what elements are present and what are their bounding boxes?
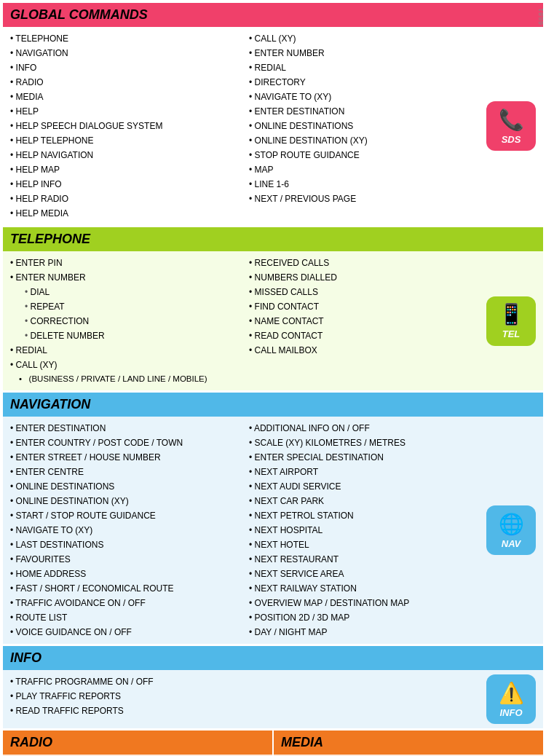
sds-label: SDS	[502, 134, 521, 145]
list-item: DAY / NIGHT MAP	[249, 625, 480, 639]
navigation-left-col: ENTER DESTINATION ENTER COUNTRY / POST C…	[10, 421, 249, 639]
list-item: CORRECTION	[10, 314, 242, 328]
radio-media-header-row: RADIO MEDIA	[3, 731, 543, 755]
list-item: ENTER SPECIAL DESTINATION	[249, 450, 480, 465]
list-item: SCALE (XY) KILOMETRES / METRES	[249, 436, 480, 450]
list-item: HELP RADIO	[10, 192, 242, 206]
list-item: HELP TELEPHONE	[10, 133, 242, 148]
list-item: ONLINE DESTINATION (XY)	[10, 494, 242, 508]
nav-label: NAV	[502, 538, 521, 549]
list-item: READ CONTACT	[249, 328, 480, 343]
list-item: ADDITIONAL INFO ON / OFF	[249, 421, 480, 436]
list-item: DIRECTORY	[249, 75, 480, 90]
info-left-col: TRAFFIC PROGRAMME ON / OFF PLAY TRAFFIC …	[10, 674, 249, 718]
list-item: POSITION 2D / 3D MAP	[249, 610, 480, 625]
tel-badge: 📱 TEL	[486, 296, 536, 346]
list-item: LAST DESTINATIONS	[10, 538, 242, 552]
global-commands-header: GLOBAL COMMANDS	[3, 3, 543, 27]
tel-label: TEL	[502, 328, 521, 339]
tel-icon: 📱	[499, 302, 524, 326]
list-item: RECEIVED CALLS	[249, 256, 480, 270]
page: PAH-6681 GLOBAL COMMANDS TELEPHONE NAVIG…	[0, 0, 546, 756]
global-right-col: CALL (XY) ENTER NUMBER REDIAL DIRECTORY …	[249, 31, 480, 206]
list-item: NEXT AUDI SERVICE	[249, 479, 480, 494]
global-commands-body: TELEPHONE NAVIGATION INFO RADIO MEDIA HE…	[3, 27, 543, 225]
list-item: PLAY TRAFFIC REPORTS	[10, 689, 242, 704]
list-item: NEXT RESTAURANT	[249, 552, 480, 567]
nav-badge: 🌐 NAV	[486, 505, 536, 555]
list-item: STOP ROUTE GUIDANCE	[249, 148, 480, 162]
list-item: REDIAL	[10, 343, 242, 358]
navigation-header: NAVIGATION	[3, 393, 543, 417]
list-item: (BUSINESS / PRIVATE / LAND LINE / MOBILE…	[10, 372, 242, 386]
list-item: LINE 1-6	[249, 177, 480, 192]
telephone-header: TELEPHONE	[3, 227, 543, 251]
telephone-right-col: RECEIVED CALLS NUMBERS DIALLED MISSED CA…	[249, 256, 480, 358]
list-item: CALL MAILBOX	[249, 343, 480, 358]
list-item: CALL (XY)	[249, 31, 480, 46]
list-item: HELP MEDIA	[10, 206, 242, 221]
list-item: NUMBERS DIALLED	[249, 270, 480, 285]
info-badge: ⚠️ INFO	[486, 674, 536, 724]
list-item: HELP	[10, 104, 242, 119]
list-item: DELETE NUMBER	[10, 328, 242, 343]
list-item: REPEAT	[10, 299, 242, 314]
navigation-section: NAVIGATION ENTER DESTINATION ENTER COUNT…	[3, 393, 543, 644]
info-list: TRAFFIC PROGRAMME ON / OFF PLAY TRAFFIC …	[10, 674, 242, 718]
navigation-right-col: ADDITIONAL INFO ON / OFF SCALE (XY) KILO…	[249, 421, 480, 639]
list-item: ENTER STREET / HOUSE NUMBER	[10, 450, 242, 465]
navigation-right-list: ADDITIONAL INFO ON / OFF SCALE (XY) KILO…	[249, 421, 480, 639]
list-item: ENTER NUMBER	[249, 46, 480, 60]
list-item: ENTER PIN	[10, 256, 242, 270]
radio-header: RADIO	[3, 731, 274, 755]
telephone-left-col: ENTER PIN ENTER NUMBER DIAL REPEAT CORRE…	[10, 256, 249, 386]
telephone-right-list: RECEIVED CALLS NUMBERS DIALLED MISSED CA…	[249, 256, 480, 358]
list-item: NAVIGATION	[10, 46, 242, 60]
list-item: ONLINE DESTINATIONS	[10, 479, 242, 494]
list-item: NAVIGATE TO (XY)	[10, 523, 242, 538]
list-item: FAVOURITES	[10, 552, 242, 567]
list-item: NEXT HOTEL	[249, 538, 480, 552]
sds-icon: 📞	[499, 108, 524, 132]
info-header: INFO	[3, 646, 543, 670]
list-item: ROUTE LIST	[10, 610, 242, 625]
list-item: REDIAL	[249, 60, 480, 75]
list-item: NAME CONTACT	[249, 314, 480, 328]
list-item: ENTER NUMBER	[10, 270, 242, 285]
list-item: VOICE GUIDANCE ON / OFF	[10, 625, 242, 639]
list-item: HELP MAP	[10, 162, 242, 177]
list-item: DIAL	[10, 285, 242, 299]
sds-badge: 📞 SDS	[486, 101, 536, 151]
list-item: READ TRAFFIC REPORTS	[10, 704, 242, 718]
list-item: NAVIGATE TO (XY)	[249, 90, 480, 104]
list-item: NEXT HOSPITAL	[249, 523, 480, 538]
telephone-left-list: ENTER PIN ENTER NUMBER DIAL REPEAT CORRE…	[10, 256, 242, 386]
list-item: ONLINE DESTINATION (XY)	[249, 133, 480, 148]
global-left-list: TELEPHONE NAVIGATION INFO RADIO MEDIA HE…	[10, 31, 242, 221]
info-section: INFO TRAFFIC PROGRAMME ON / OFF PLAY TRA…	[3, 646, 543, 728]
list-item: TELEPHONE	[10, 31, 242, 46]
list-item: ENTER DESTINATION	[10, 421, 242, 436]
list-item: OVERVIEW MAP / DESTINATION MAP	[249, 596, 480, 610]
telephone-body: ENTER PIN ENTER NUMBER DIAL REPEAT CORRE…	[3, 251, 543, 390]
list-item: TRAFFIC PROGRAMME ON / OFF	[10, 674, 242, 689]
info-label: INFO	[499, 707, 522, 718]
navigation-left-list: ENTER DESTINATION ENTER COUNTRY / POST C…	[10, 421, 242, 639]
list-item: ENTER DESTINATION	[249, 104, 480, 119]
list-item: RADIO	[10, 75, 242, 90]
list-item: TRAFFIC AVOIDANCE ON / OFF	[10, 596, 242, 610]
info-icon: ⚠️	[499, 681, 524, 705]
list-item: CALL (XY)	[10, 358, 242, 372]
list-item: HELP INFO	[10, 177, 242, 192]
list-item: HOME ADDRESS	[10, 567, 242, 581]
info-body: TRAFFIC PROGRAMME ON / OFF PLAY TRAFFIC …	[3, 670, 543, 728]
list-item: NEXT AIRPORT	[249, 465, 480, 479]
list-item: MEDIA	[10, 90, 242, 104]
list-item: START / STOP ROUTE GUIDANCE	[10, 508, 242, 523]
list-item: FIND CONTACT	[249, 299, 480, 314]
navigation-body: ENTER DESTINATION ENTER COUNTRY / POST C…	[3, 417, 543, 644]
media-header: MEDIA	[274, 731, 543, 755]
list-item: ENTER COUNTRY / POST CODE / TOWN	[10, 436, 242, 450]
list-item: MAP	[249, 162, 480, 177]
nav-icon: 🌐	[499, 512, 524, 536]
